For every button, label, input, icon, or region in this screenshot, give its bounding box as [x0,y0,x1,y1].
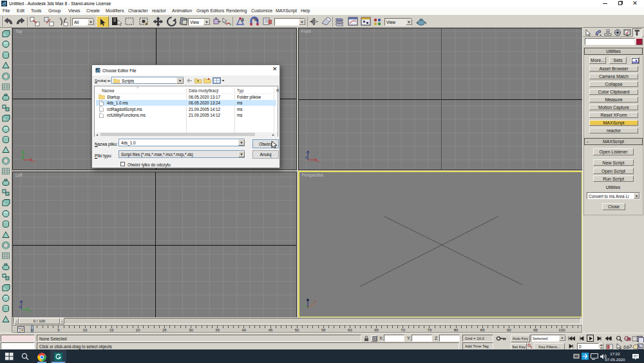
svg-text:%: % [254,17,258,22]
svg-text:x: x [317,159,319,163]
svg-text:x: x [314,299,316,303]
svg-text:3: 3 [242,17,244,22]
svg-text:x: x [33,159,35,163]
svg-text:z: z [305,155,307,159]
svg-text:y: y [30,309,32,313]
svg-text:y: y [21,155,23,159]
svg-text:z: z [19,305,21,309]
